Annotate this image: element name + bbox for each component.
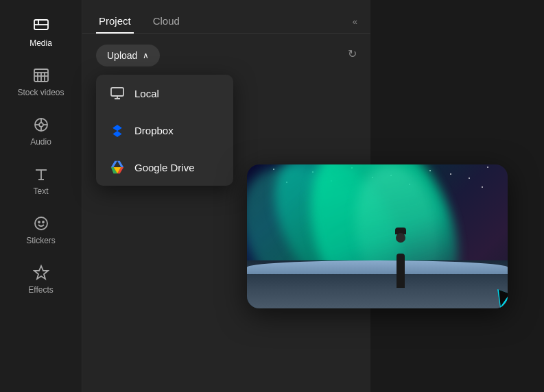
- dropbox-label: Dropbox: [134, 125, 174, 136]
- svg-point-20: [43, 221, 44, 223]
- local-label: Local: [134, 88, 159, 99]
- svg-marker-26: [113, 125, 121, 131]
- tab-cloud[interactable]: Cloud: [150, 10, 182, 34]
- chevron-up-icon: ∧: [143, 51, 149, 60]
- sidebar-item-label: Stickers: [26, 236, 56, 245]
- sidebar-item-label: Text: [33, 186, 48, 196]
- sidebar-item-text[interactable]: Text: [4, 156, 78, 203]
- svg-point-10: [39, 123, 43, 127]
- google-drive-icon: [110, 160, 125, 175]
- svg-point-19: [38, 221, 40, 223]
- svg-rect-22: [111, 88, 123, 96]
- media-icon: [33, 18, 49, 34]
- dropbox-upload-item[interactable]: Dropbox: [96, 112, 233, 149]
- upload-section: Upload ∧ ↻ Local: [82, 34, 370, 77]
- stock-videos-icon: [33, 67, 49, 84]
- tab-bar: Project Cloud «: [82, 0, 370, 34]
- sidebar-item-stock-videos[interactable]: Stock videos: [4, 58, 78, 104]
- svg-point-18: [35, 217, 47, 230]
- refresh-button[interactable]: ↻: [348, 47, 357, 60]
- upload-label: Upload: [107, 50, 137, 61]
- effects-icon: [33, 265, 49, 281]
- dropbox-icon: [110, 123, 125, 138]
- gdrive-label: Google Drive: [134, 162, 195, 173]
- photo-preview: [247, 164, 508, 308]
- svg-marker-21: [34, 266, 48, 279]
- sidebar-item-stickers[interactable]: Stickers: [4, 206, 78, 252]
- sidebar-item-effects[interactable]: Effects: [4, 255, 78, 302]
- cursor-arrow: [494, 291, 508, 308]
- ground-layer: [247, 260, 508, 308]
- sidebar-item-label: Effects: [28, 285, 53, 295]
- gdrive-upload-item[interactable]: Google Drive: [96, 149, 233, 186]
- sidebar-item-label: Stock videos: [17, 88, 64, 97]
- figure: [390, 233, 411, 288]
- upload-dropdown: Local Dropbox: [96, 75, 233, 186]
- svg-marker-27: [111, 161, 123, 167]
- monitor-icon: [110, 86, 125, 101]
- collapse-button[interactable]: «: [353, 16, 357, 27]
- sidebar: Media Stock videos Aud: [0, 0, 82, 392]
- local-upload-item[interactable]: Local: [96, 75, 233, 112]
- sidebar-item-audio[interactable]: Audio: [4, 107, 78, 154]
- photo-image: [247, 164, 508, 308]
- sidebar-item-label: Media: [29, 38, 52, 48]
- text-icon: [33, 166, 49, 182]
- audio-icon: [33, 117, 49, 133]
- sidebar-item-media[interactable]: Media: [4, 8, 78, 55]
- sidebar-item-label: Audio: [30, 137, 51, 147]
- tab-project[interactable]: Project: [96, 10, 134, 34]
- upload-button[interactable]: Upload ∧: [96, 45, 160, 66]
- stickers-icon: [33, 215, 49, 232]
